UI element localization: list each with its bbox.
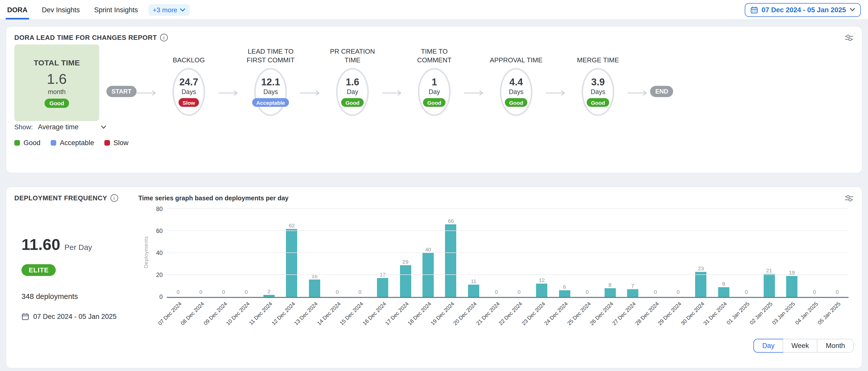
stage-approval-time: APPROVAL TIME4.4DaysGood — [487, 44, 546, 116]
show-label: Show: — [14, 123, 33, 131]
tab-sprint-insights[interactable]: Sprint Insights — [94, 0, 138, 20]
bar-value-label: 0 — [836, 289, 839, 295]
deployment-bar[interactable] — [309, 279, 320, 297]
deployment-bar[interactable] — [264, 295, 275, 297]
bar-slot: 0 — [235, 289, 258, 297]
stage-title: LEAD TIME TO FIRST COMMIT — [241, 44, 300, 65]
bar-slot: 8 — [599, 281, 621, 297]
bar-slot: 62 — [280, 222, 303, 297]
bar-slot: 16 — [303, 273, 326, 297]
bar-value-label: 6 — [563, 283, 566, 290]
bar-value-label: 66 — [448, 218, 454, 224]
lead-time-title: DORA LEAD TIME FOR CHANGES REPORT — [14, 34, 157, 41]
bar-value-label: 11 — [471, 278, 476, 284]
bar-slot: 0 — [189, 289, 212, 297]
more-tabs-button[interactable]: +3 more — [148, 4, 189, 15]
chevron-down-icon — [180, 8, 185, 11]
stage-merge-time: MERGE TIME3.9DaysGood — [568, 44, 628, 116]
stage-flow: STARTBACKLOG24.7DaysSlowLEAD TIME TO FIR… — [106, 44, 673, 116]
deployment-frequency-card: DEPLOYMENT FREQUENCY i Time series graph… — [6, 187, 862, 368]
stage-circle: 1.6DayGood — [336, 68, 369, 116]
y-tick-label: 40 — [156, 250, 163, 256]
deployment-bar[interactable] — [764, 274, 775, 297]
stage-status-pill: Good — [341, 98, 364, 107]
bar-value-label: 0 — [199, 289, 202, 295]
info-icon[interactable]: i — [160, 34, 168, 41]
bar-value-label: 0 — [222, 289, 225, 295]
info-icon[interactable]: i — [110, 194, 118, 202]
legend-item-good: Good — [14, 139, 40, 147]
stage-circle: 4.4DaysGood — [500, 68, 532, 116]
bar-value-label: 0 — [245, 289, 248, 295]
show-value[interactable]: Average time — [38, 123, 79, 131]
rate-value: 11.60 — [22, 236, 60, 254]
bar-value-label: 9 — [722, 280, 725, 286]
bar-value-label: 0 — [586, 289, 589, 295]
date-range-picker[interactable]: 07 Dec 2024 - 05 Jan 2025 — [745, 3, 861, 16]
deployment-bar[interactable] — [559, 290, 570, 297]
y-tick-label: 0 — [159, 294, 163, 300]
start-node: START — [106, 86, 136, 97]
deployment-bar[interactable] — [718, 287, 729, 297]
bar-value-label: 0 — [336, 289, 339, 295]
deployment-bar[interactable] — [468, 285, 479, 297]
deployment-bar[interactable] — [400, 265, 411, 297]
tab-dev-insights[interactable]: Dev Insights — [42, 0, 80, 20]
stage-title: PR CREATION TIME — [323, 44, 382, 65]
bar-value-label: 12 — [539, 277, 545, 283]
stage-circle: 24.7DaysSlow — [173, 68, 205, 116]
deployment-body: 11.60 Per Day ELITE 348 deployments 07 D… — [14, 204, 854, 336]
end-node: END — [650, 86, 673, 97]
granularity-month[interactable]: Month — [817, 339, 853, 352]
chart-settings-button[interactable] — [844, 195, 854, 202]
flow-arrow-icon — [218, 89, 241, 98]
flow-arrow-icon — [546, 89, 568, 98]
flow-arrow-icon — [628, 89, 650, 98]
bar-slot: 0 — [485, 289, 508, 297]
tab-dora[interactable]: DORA — [7, 0, 28, 20]
date-range-label: 07 Dec 2024 - 05 Jan 2025 — [762, 6, 846, 13]
show-selector: Show: Average time — [14, 123, 854, 131]
bar-slot: 29 — [394, 258, 417, 297]
chart-settings-button[interactable] — [844, 34, 854, 41]
bar-value-label: 0 — [359, 289, 362, 295]
deployments-total: 348 deployments — [22, 292, 142, 301]
chevron-down-icon — [849, 8, 855, 12]
calendar-icon — [750, 6, 758, 13]
deployment-bar[interactable] — [445, 224, 457, 297]
deployment-bar[interactable] — [786, 276, 798, 297]
bar-value-label: 23 — [698, 265, 704, 271]
bar-value-label: 8 — [609, 281, 612, 288]
deployment-bar[interactable] — [695, 272, 707, 297]
deployment-bar[interactable] — [377, 278, 388, 297]
flow-arrow-icon — [136, 89, 159, 98]
stage-value: 4.4 — [509, 77, 523, 87]
total-time-value: 1.6 — [47, 72, 67, 86]
bar-slot: 0 — [212, 289, 235, 297]
total-status-pill: Good — [44, 98, 69, 108]
granularity-week[interactable]: Week — [782, 339, 817, 352]
bar-slot: 0 — [576, 289, 599, 297]
stage-value: 1 — [432, 77, 437, 87]
bar-slot: 21 — [758, 267, 780, 297]
bar-slot: 0 — [326, 289, 348, 297]
stage-pr-creation-time: PR CREATION TIME1.6DayGood — [323, 44, 382, 116]
deployment-bar[interactable] — [286, 229, 298, 297]
stage-title: BACKLOG — [173, 44, 205, 65]
bar-value-label: 0 — [745, 289, 748, 295]
deployment-bar[interactable] — [604, 288, 616, 297]
bar-slot: 11 — [462, 278, 485, 297]
show-dropdown-button[interactable] — [101, 125, 106, 129]
sliders-icon — [844, 34, 854, 41]
stage-unit: Day — [429, 89, 440, 96]
bar-value-label: 2 — [268, 288, 271, 294]
granularity-day[interactable]: Day — [753, 339, 783, 352]
bar-slot: 0 — [826, 289, 848, 297]
bar-value-label: 16 — [311, 273, 317, 279]
bar-slot: 12 — [530, 277, 553, 297]
deployment-bar[interactable] — [423, 253, 434, 297]
bar-value-label: 0 — [177, 289, 180, 295]
bar-slot: 6 — [553, 283, 576, 297]
deployment-bar[interactable] — [627, 289, 638, 297]
deployment-bar[interactable] — [536, 283, 547, 297]
